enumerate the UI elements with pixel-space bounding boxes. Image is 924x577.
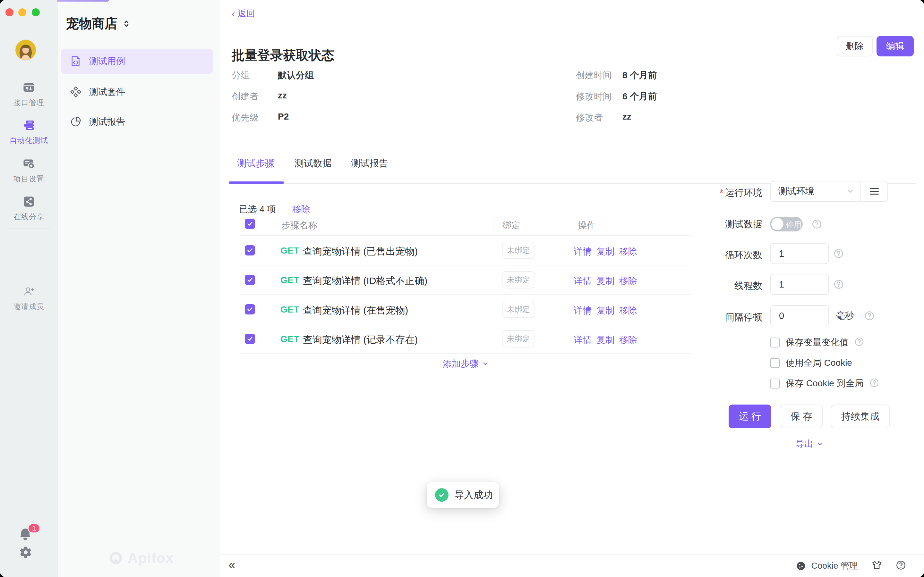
cookie-manager-label: Cookie 管理 bbox=[811, 560, 858, 572]
interval-unit: 毫秒 bbox=[836, 309, 854, 322]
avatar-photo bbox=[15, 40, 36, 60]
export-label: 导出 bbox=[796, 438, 814, 450]
sidebar-item-label: 测试用例 bbox=[89, 55, 125, 67]
help-icon[interactable] bbox=[864, 311, 875, 322]
meta-value: P2 bbox=[278, 111, 289, 122]
check-icon bbox=[247, 247, 253, 253]
detail-link[interactable]: 详情 bbox=[573, 305, 591, 317]
sidebar-item-test-suites[interactable]: 测试套件 bbox=[61, 79, 213, 105]
table-row: GET 查询宠物详情 (在售宠物) 未绑定 详情 复制 移除 bbox=[240, 295, 692, 324]
theme-button[interactable] bbox=[871, 560, 882, 572]
help-button[interactable] bbox=[896, 560, 906, 572]
copy-link[interactable]: 复制 bbox=[596, 275, 614, 287]
detail-link[interactable]: 详情 bbox=[573, 334, 591, 346]
thread-count-input[interactable] bbox=[770, 274, 829, 295]
row-actions: 详情 复制 移除 bbox=[573, 245, 637, 258]
status-bar-right: Cookie 管理 bbox=[796, 554, 906, 577]
meta-label: 修改时间 bbox=[576, 90, 612, 103]
save-button[interactable]: 保 存 bbox=[780, 405, 823, 428]
ci-button[interactable]: 持续集成 bbox=[830, 405, 890, 428]
invite-members-button[interactable]: 邀请成员 bbox=[0, 286, 58, 311]
apifox-watermark-text: Apifox bbox=[128, 550, 174, 566]
test-case-icon bbox=[70, 55, 81, 67]
remove-link[interactable]: 移除 bbox=[619, 275, 637, 287]
online-share-icon bbox=[23, 195, 35, 209]
remove-link[interactable]: 移除 bbox=[619, 334, 637, 346]
interval-input[interactable] bbox=[770, 305, 829, 326]
tab-test-steps[interactable]: 测试步骤 bbox=[237, 157, 274, 170]
meta-value: 6 个月前 bbox=[622, 90, 657, 103]
project-title: 宠物商店 bbox=[66, 15, 118, 32]
avatar[interactable] bbox=[15, 40, 36, 60]
checkbox-label: 使用全局 Cookie bbox=[786, 357, 852, 369]
column-divider bbox=[493, 217, 493, 231]
check-icon bbox=[247, 335, 253, 342]
add-step-button[interactable]: 添加步骤 bbox=[240, 358, 692, 370]
minimize-button[interactable] bbox=[18, 8, 26, 16]
sidebar-item-project-settings[interactable]: 项目设置 bbox=[0, 158, 58, 184]
settings-button[interactable] bbox=[19, 546, 32, 559]
help-icon[interactable] bbox=[869, 378, 879, 389]
back-chevron-icon: ‹ bbox=[232, 9, 235, 18]
loop-count-label: 循环次数 bbox=[679, 249, 762, 261]
remove-selected-link[interactable]: 移除 bbox=[292, 203, 310, 215]
checkbox-label: 保存变量变化值 bbox=[786, 336, 849, 348]
row-checkbox[interactable] bbox=[245, 334, 255, 344]
tab-test-data[interactable]: 测试数据 bbox=[294, 157, 332, 170]
option-save-variable-changes: 保存变量变化值 bbox=[770, 334, 864, 351]
sidebar-item-test-reports[interactable]: 测试报告 bbox=[61, 109, 213, 134]
detail-link[interactable]: 详情 bbox=[573, 245, 591, 258]
loop-count-input[interactable] bbox=[770, 243, 829, 264]
copy-link[interactable]: 复制 bbox=[596, 334, 614, 346]
checkbox[interactable] bbox=[770, 379, 780, 388]
automation-icon bbox=[23, 119, 35, 133]
copy-link[interactable]: 复制 bbox=[596, 305, 614, 317]
notifications-button[interactable]: 1 bbox=[18, 527, 40, 545]
step-name: 查询宠物详情 (已售出宠物) bbox=[303, 245, 418, 258]
delete-button[interactable]: 删除 bbox=[837, 36, 873, 56]
row-checkbox[interactable] bbox=[245, 245, 255, 255]
copy-link[interactable]: 复制 bbox=[596, 245, 614, 258]
project-switcher[interactable]: 宠物商店 bbox=[66, 15, 131, 32]
sidebar-item-test-cases[interactable]: 测试用例 bbox=[61, 49, 213, 74]
success-check-icon bbox=[435, 488, 449, 502]
row-checkbox[interactable] bbox=[245, 304, 255, 314]
checkbox[interactable] bbox=[770, 358, 780, 368]
help-icon[interactable] bbox=[834, 279, 844, 291]
test-data-toggle[interactable]: 停用 bbox=[770, 217, 803, 231]
remove-link[interactable]: 移除 bbox=[619, 245, 637, 258]
row-checkbox[interactable] bbox=[245, 275, 255, 285]
environment-select-value: 测试环境 bbox=[779, 185, 814, 197]
tab-test-report[interactable]: 测试报告 bbox=[351, 157, 388, 170]
back-link[interactable]: ‹ 返回 bbox=[232, 8, 255, 19]
detail-link[interactable]: 详情 bbox=[573, 275, 591, 287]
meta-value: 默认分组 bbox=[278, 69, 314, 81]
meta-label: 修改者 bbox=[576, 111, 603, 124]
chevron-up-down-icon bbox=[122, 19, 131, 28]
add-step-label: 添加步骤 bbox=[443, 358, 479, 370]
remove-link[interactable]: 移除 bbox=[619, 305, 637, 317]
close-button[interactable] bbox=[5, 8, 13, 16]
sidebar-item-label: 接口管理 bbox=[13, 98, 44, 108]
checkbox-label: 保存 Cookie 到全局 bbox=[786, 377, 864, 390]
sidebar-item-api-management[interactable]: 接口管理 bbox=[0, 81, 58, 108]
select-all-checkbox[interactable] bbox=[245, 219, 255, 229]
edit-button[interactable]: 编辑 bbox=[877, 36, 914, 56]
meta-label: 创建者 bbox=[232, 90, 258, 103]
environment-menu-button[interactable] bbox=[861, 181, 887, 201]
collapse-sidebar-button[interactable]: « bbox=[228, 558, 235, 572]
help-icon[interactable] bbox=[812, 219, 822, 230]
table-row: GET 查询宠物详情 (ID格式不正确) 未绑定 详情 复制 移除 bbox=[240, 266, 692, 295]
environment-select[interactable]: 测试环境 bbox=[771, 181, 861, 201]
interval-label: 间隔停顿 bbox=[679, 311, 762, 324]
export-button[interactable]: 导出 bbox=[729, 438, 890, 450]
checkbox[interactable] bbox=[770, 338, 780, 348]
sidebar-item-automation-testing[interactable]: 自动化测试 bbox=[0, 119, 58, 145]
zoom-button[interactable] bbox=[32, 8, 40, 16]
cookie-manager-button[interactable]: Cookie 管理 bbox=[796, 560, 858, 572]
run-button[interactable]: 运 行 bbox=[729, 405, 771, 428]
sidebar-item-online-share[interactable]: 在线分享 bbox=[0, 195, 58, 222]
help-icon[interactable] bbox=[834, 248, 844, 260]
help-icon[interactable] bbox=[855, 337, 864, 348]
cookie-icon bbox=[796, 561, 806, 571]
